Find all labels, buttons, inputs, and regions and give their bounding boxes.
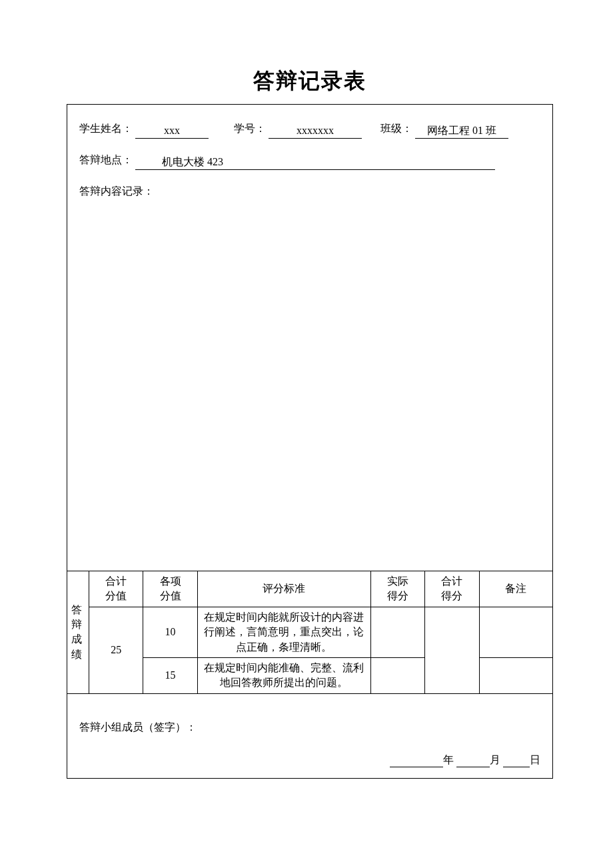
- cell-remark: [479, 657, 552, 693]
- row-location: 答辩地点： 机电大楼 423: [79, 151, 540, 170]
- th-item-points: 各项分值: [143, 571, 197, 607]
- info-section: 学生姓名： xxx 学号： xxxxxxx 班级： 网络工程 01 班 答辩地点…: [67, 105, 552, 571]
- label-month: 月: [490, 754, 500, 765]
- form-container: 学生姓名： xxx 学号： xxxxxxx 班级： 网络工程 01 班 答辩地点…: [67, 104, 553, 779]
- cell-actual-score: [370, 607, 424, 657]
- cell-total-score: [425, 607, 479, 693]
- date-line: 年 月 日: [79, 753, 540, 767]
- cell-item-points: 10: [143, 607, 197, 657]
- signature-section: 答辩小组成员（签字）： 年 月 日: [67, 693, 552, 778]
- th-total-score: 合计得分: [425, 571, 479, 607]
- value-class: 网络工程 01 班: [415, 123, 508, 138]
- value-location: 机电大楼 423: [135, 155, 495, 169]
- page-title: 答辩记录表: [67, 67, 553, 96]
- cell-actual-score: [370, 657, 424, 693]
- blank-month: [456, 755, 490, 767]
- row-record-label: 答辩内容记录：: [79, 182, 540, 201]
- label-year: 年: [443, 754, 454, 765]
- cell-criteria: 在规定时间内能就所设计的内容进行阐述，言简意明，重点突出，论点正确，条理清晰。: [197, 607, 370, 657]
- blank-year: [390, 755, 443, 767]
- th-criteria: 评分标准: [197, 571, 370, 607]
- label-day: 日: [530, 754, 540, 765]
- cell-item-points: 15: [143, 657, 197, 693]
- table-row: 25 10 在规定时间内能就所设计的内容进行阐述，言简意明，重点突出，论点正确，…: [67, 607, 552, 657]
- row-header: 答辩成绩: [67, 571, 89, 693]
- label-id: 学号：: [234, 123, 266, 134]
- cell-criteria: 在规定时间内能准确、完整、流利地回答教师所提出的问题。: [197, 657, 370, 693]
- th-remark: 备注: [479, 571, 552, 607]
- th-total-points: 合计分值: [89, 571, 143, 607]
- table-header-row: 答辩成绩 合计分值 各项分值 评分标准 实际得分 合计得分 备注: [67, 571, 552, 607]
- page: 答辩记录表 学生姓名： xxx 学号： xxxxxxx 班级： 网络工程 01 …: [0, 0, 613, 832]
- row-student: 学生姓名： xxx 学号： xxxxxxx 班级： 网络工程 01 班: [79, 119, 540, 139]
- value-name: xxx: [135, 123, 209, 138]
- label-record: 答辩内容记录：: [79, 185, 154, 197]
- cell-total-points: 25: [89, 607, 143, 693]
- label-class: 班级：: [380, 123, 412, 134]
- label-name: 学生姓名：: [79, 123, 133, 134]
- value-id: xxxxxxx: [269, 123, 362, 138]
- label-location: 答辩地点：: [79, 154, 133, 165]
- th-actual-score: 实际得分: [370, 571, 424, 607]
- cell-remark: [479, 607, 552, 657]
- signature-label: 答辩小组成员（签字）：: [79, 721, 540, 735]
- score-table: 答辩成绩 合计分值 各项分值 评分标准 实际得分 合计得分 备注 25 10 在…: [67, 571, 552, 693]
- blank-day: [503, 755, 530, 767]
